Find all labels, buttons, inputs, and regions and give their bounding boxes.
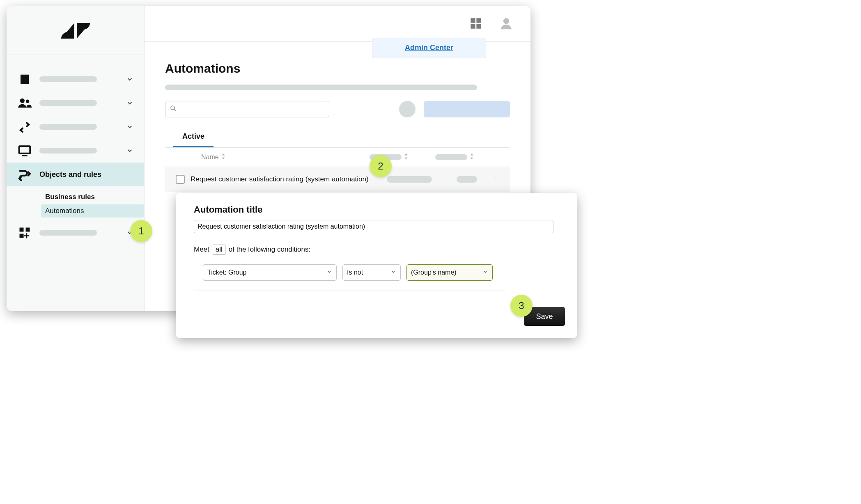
- description-placeholder: [165, 85, 477, 90]
- sidebar-item-apps[interactable]: [7, 221, 144, 245]
- condition-operator-select[interactable]: Is not: [342, 264, 401, 281]
- callout-3: 3: [510, 295, 533, 317]
- sidebar-item-channels[interactable]: [7, 115, 144, 139]
- conditions-label: Meet all of the following conditions:: [194, 245, 559, 254]
- row-name-link[interactable]: Request customer satisfaction rating (sy…: [191, 175, 379, 183]
- chevron-down-icon: [482, 269, 488, 276]
- svg-rect-8: [20, 234, 24, 238]
- chevron-down-icon: [126, 147, 133, 154]
- svg-rect-7: [26, 228, 30, 232]
- svg-rect-9: [471, 18, 475, 23]
- arrows-icon: [17, 119, 32, 134]
- people-icon: [17, 96, 32, 110]
- column-name[interactable]: Name: [191, 153, 363, 161]
- sort-icon: [404, 153, 409, 161]
- sidebar-label-placeholder: [39, 100, 97, 106]
- user-profile-icon[interactable]: [499, 16, 514, 31]
- sidebar-subgroup: Business rules Automations: [7, 186, 144, 221]
- callout-1: 1: [130, 220, 152, 242]
- chevron-down-icon: [126, 76, 133, 83]
- sidebar-subheading-business-rules: Business rules: [41, 190, 144, 204]
- sidebar-subitem-automations[interactable]: Automations: [41, 204, 144, 218]
- zendesk-logo: [7, 6, 144, 55]
- sort-icon: [221, 153, 226, 161]
- svg-point-2: [20, 99, 25, 103]
- table-header: Name: [165, 148, 510, 167]
- apps-add-icon: [17, 225, 32, 240]
- toolbar: [165, 101, 510, 117]
- add-button-placeholder[interactable]: [424, 101, 510, 117]
- svg-marker-19: [405, 158, 408, 159]
- sidebar-item-people[interactable]: [7, 91, 144, 115]
- automations-table: Name: [165, 148, 510, 192]
- admin-center-tab[interactable]: Admin Center: [372, 38, 486, 58]
- svg-point-23: [496, 178, 496, 178]
- svg-point-3: [26, 100, 30, 103]
- building-icon: [17, 72, 32, 87]
- svg-point-13: [503, 18, 509, 24]
- svg-marker-1: [77, 23, 90, 39]
- sidebar-item-label: Objects and rules: [39, 170, 101, 179]
- product-switcher-icon[interactable]: [469, 16, 484, 31]
- search-icon: [170, 105, 177, 114]
- condition-field-select[interactable]: Ticket: Group: [203, 264, 337, 281]
- row-checkbox[interactable]: [170, 175, 191, 184]
- svg-marker-20: [471, 153, 473, 155]
- svg-rect-12: [476, 24, 481, 28]
- topbar: [145, 6, 530, 42]
- filter-placeholder[interactable]: [399, 101, 416, 117]
- svg-line-15: [174, 109, 176, 111]
- admin-center-link[interactable]: Admin Center: [405, 44, 453, 52]
- sidebar-label-placeholder: [39, 148, 97, 153]
- condition-row: Ticket: Group Is not (Group's name): [194, 264, 506, 291]
- conditions-mode-select[interactable]: all: [213, 245, 225, 254]
- automation-editor-panel: Automation title Meet all of the followi…: [176, 193, 577, 338]
- page-title: Automations: [165, 62, 510, 76]
- cell-placeholder: [457, 176, 477, 183]
- svg-rect-4: [19, 146, 30, 153]
- automation-title-input[interactable]: [194, 220, 553, 233]
- row-actions-menu[interactable]: [489, 174, 505, 185]
- sidebar-nav: Objects and rules Business rules Automat…: [7, 55, 144, 245]
- sidebar-label-placeholder: [39, 124, 97, 130]
- condition-value-select[interactable]: (Group's name): [406, 264, 493, 281]
- callout-2: 2: [370, 155, 392, 177]
- chevron-down-icon: [390, 269, 396, 276]
- sidebar-item-objects-and-rules[interactable]: Objects and rules: [7, 163, 144, 186]
- sidebar-label-placeholder: [39, 230, 97, 236]
- editor-heading: Automation title: [194, 204, 559, 215]
- sidebar-label-placeholder: [39, 76, 97, 82]
- svg-rect-6: [20, 228, 24, 232]
- sidebar-item-workspace[interactable]: [7, 139, 144, 163]
- svg-point-24: [496, 179, 496, 179]
- page-body: Automations Active: [145, 42, 530, 192]
- svg-rect-11: [471, 24, 475, 28]
- svg-point-22: [496, 177, 496, 177]
- sidebar-item-workspaces[interactable]: [7, 67, 144, 91]
- tab-active[interactable]: Active: [173, 127, 214, 147]
- svg-marker-18: [405, 153, 408, 155]
- search-input[interactable]: [180, 105, 325, 113]
- sidebar: Objects and rules Business rules Automat…: [7, 6, 145, 311]
- svg-marker-17: [222, 158, 225, 159]
- cell-placeholder: [387, 176, 432, 183]
- workflow-icon: [17, 167, 32, 182]
- search-box[interactable]: [165, 101, 329, 117]
- svg-rect-10: [476, 18, 481, 23]
- svg-marker-16: [222, 153, 225, 155]
- column-placeholder[interactable]: [435, 153, 489, 161]
- monitor-icon: [17, 143, 32, 158]
- svg-point-14: [171, 106, 174, 110]
- table-row[interactable]: Request customer satisfaction rating (sy…: [165, 167, 510, 192]
- chevron-down-icon: [126, 123, 133, 131]
- svg-marker-21: [471, 158, 473, 159]
- sort-icon: [470, 153, 475, 161]
- chevron-down-icon: [326, 269, 332, 276]
- chevron-down-icon: [126, 99, 133, 107]
- tabs: Active: [165, 127, 510, 148]
